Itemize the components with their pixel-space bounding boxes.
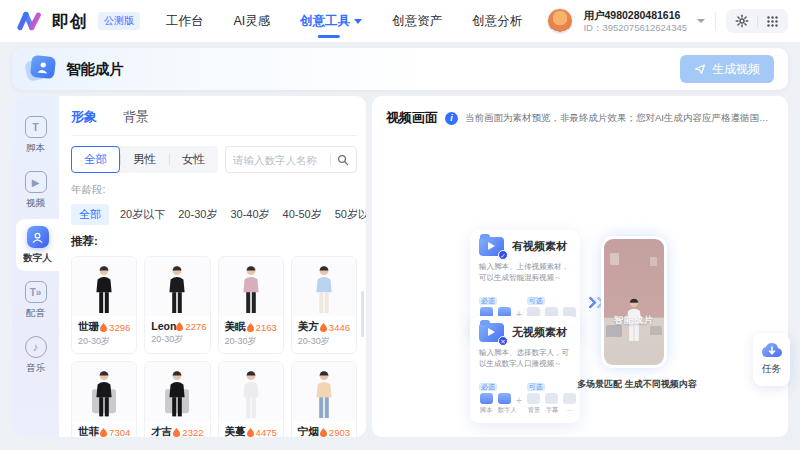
tab-background[interactable]: 背景 <box>123 108 149 126</box>
nav-item-creative-assets[interactable]: 创意资产 <box>392 0 442 42</box>
digital-human-panel: T 脚本 ▶ 视频 数字人 T» 配音 ♪ 音乐 <box>12 96 366 437</box>
user-menu-chevron-icon[interactable] <box>697 19 705 23</box>
without-material-title: 无视频素材 <box>512 325 567 340</box>
search-box <box>225 146 357 173</box>
chevron-down-icon <box>354 19 362 24</box>
dh-name: 世菲 <box>78 425 99 437</box>
more-mini-icon <box>563 393 576 404</box>
flow-caption: 多场景匹配 生成不同视频内容 <box>552 378 722 391</box>
user-avatar[interactable] <box>547 8 573 34</box>
dh-age: 20-30岁 <box>219 335 283 353</box>
plus-icon: + <box>516 395 522 415</box>
dh-name: 美蔓 <box>225 425 246 437</box>
digital-human-card[interactable]: 世珊 3296 20-30岁 <box>71 256 137 354</box>
divider <box>330 154 331 166</box>
required-tag: 必选 <box>479 383 497 391</box>
user-id: ID：3952075612624345 <box>583 22 687 34</box>
dh-name: 美方 <box>298 320 319 334</box>
digital-human-card[interactable]: 美眠 2163 20-30岁 <box>218 256 284 354</box>
check-badge-icon: ✓ <box>498 250 508 260</box>
with-material-desc: 输入脚本、上传视频素材，可以生成智能混剪视频～ <box>479 261 571 284</box>
with-material-title: 有视频素材 <box>512 239 567 254</box>
digital-human-card[interactable]: 世菲 7304 20-30岁 <box>71 361 137 437</box>
apps-grid-icon[interactable] <box>766 15 779 28</box>
user-name: 用户4980280481616 <box>583 9 687 22</box>
flame-icon <box>320 428 327 437</box>
digital-human-photo <box>72 362 136 421</box>
digital-human-photo <box>145 257 209 316</box>
video-folder-icon: ✓ <box>479 237 504 256</box>
search-input[interactable] <box>233 154 328 166</box>
nav-item-creative-analysis[interactable]: 创意分析 <box>472 0 522 42</box>
beta-badge: 公测版 <box>98 12 140 30</box>
digital-human-card[interactable]: 才吉 2322 20-30岁 <box>144 361 210 437</box>
digital-human-card[interactable]: 美蔓 4475 20-30岁 <box>218 361 284 437</box>
without-material-card: ✕ 无视频素材 输入脚本、选择数字人，可以生成数字人口播视频～ 必选 脚本 数字… <box>470 316 580 423</box>
popularity-count: 7304 <box>100 427 130 438</box>
nav-item-ai-inspiration[interactable]: AI灵感 <box>234 0 271 42</box>
quick-icons <box>726 9 788 33</box>
divider <box>715 12 716 30</box>
popularity-count: 2903 <box>320 427 350 438</box>
digital-human-card[interactable]: 美方 3446 20-30岁 <box>291 256 357 354</box>
rail-item-video[interactable]: ▶ 视频 <box>12 164 59 216</box>
panel-tabs: 形象 背景 <box>71 108 357 136</box>
subtitle-mini-icon <box>545 393 558 404</box>
dh-name: 宁烟 <box>298 425 319 437</box>
search-icon[interactable] <box>337 154 349 166</box>
popularity-count: 2322 <box>173 427 203 438</box>
jichuang-logo-icon <box>16 10 46 32</box>
without-material-desc: 输入脚本、选择数字人，可以生成数字人口播视频～ <box>479 347 571 370</box>
cross-badge-icon: ✕ <box>498 336 508 346</box>
rail-item-dubbing[interactable]: T» 配音 <box>12 274 59 326</box>
digital-human-photo <box>72 257 136 316</box>
task-panel-button[interactable]: 任务 <box>753 333 790 386</box>
dubbing-icon: T» <box>25 281 47 303</box>
optional-tag: 可选 <box>527 383 545 391</box>
dh-name: 才吉 <box>151 425 172 437</box>
popularity-count: 2163 <box>247 322 277 333</box>
script-icon: T <box>25 116 47 138</box>
video-preview-panel: 视频画面 i 当前画面为素材预览，非最终成片效果；您对AI生成内容应严格遵循国家… <box>372 96 788 437</box>
flame-icon <box>100 428 107 437</box>
dh-name: 世珊 <box>78 320 99 334</box>
gender-female[interactable]: 女性 <box>169 146 218 173</box>
gender-all[interactable]: 全部 <box>71 146 120 173</box>
required-group: 必选 脚本 数字人 <box>479 375 511 415</box>
sofa <box>650 326 662 335</box>
wall-frame <box>650 257 657 266</box>
rail-item-digital-human[interactable]: 数字人 <box>16 219 59 271</box>
digital-human-mini-icon <box>498 393 511 404</box>
age-20-30[interactable]: 20-30岁 <box>176 204 219 225</box>
generate-video-button[interactable]: 生成视频 <box>680 55 774 83</box>
video-preview-phone: 智能成片 <box>604 239 664 365</box>
module-rail: T 脚本 ▶ 视频 数字人 T» 配音 ♪ 音乐 <box>12 96 59 437</box>
age-over-50[interactable]: 50岁以上 <box>333 204 366 225</box>
scrollbar-thumb[interactable] <box>361 291 364 337</box>
logo[interactable]: 即创 公测版 <box>16 10 140 33</box>
dh-name: 美眠 <box>225 320 246 334</box>
nav-item-workbench[interactable]: 工作台 <box>166 0 204 42</box>
user-meta: 用户4980280481616 ID：3952075612624345 <box>583 9 687 34</box>
digital-human-photo <box>292 257 356 316</box>
age-30-40[interactable]: 30-40岁 <box>228 204 271 225</box>
nav-menu: 工作台 AI灵感 创意工具 创意资产 创意分析 <box>166 0 522 42</box>
digital-human-card[interactable]: 宁烟 2903 20-30岁 <box>291 361 357 437</box>
age-all[interactable]: 全部 <box>71 204 109 225</box>
video-folder-icon: ✕ <box>479 323 504 342</box>
digital-human-card[interactable]: Leon 2276 20-30岁 <box>144 256 210 354</box>
logo-text: 即创 <box>52 10 88 33</box>
onboarding-flow-illustration: ✓ 有视频素材 输入脚本、上传视频素材，可以生成智能混剪视频～ 必选 脚本 视频… <box>372 96 788 437</box>
popularity-count: 3296 <box>100 322 130 333</box>
gender-male[interactable]: 男性 <box>120 146 169 173</box>
rail-item-music[interactable]: ♪ 音乐 <box>12 329 59 381</box>
optional-tag: 可选 <box>527 297 545 305</box>
nav-item-creative-tools[interactable]: 创意工具 <box>300 0 362 42</box>
gender-segmented-control: 全部 男性 女性 <box>71 146 218 173</box>
age-40-50[interactable]: 40-50岁 <box>281 204 324 225</box>
tab-figure[interactable]: 形象 <box>71 108 97 126</box>
flame-icon <box>173 428 180 437</box>
rail-item-script[interactable]: T 脚本 <box>12 109 59 161</box>
settings-gear-icon[interactable] <box>735 14 749 28</box>
age-under-20[interactable]: 20岁以下 <box>118 204 167 225</box>
